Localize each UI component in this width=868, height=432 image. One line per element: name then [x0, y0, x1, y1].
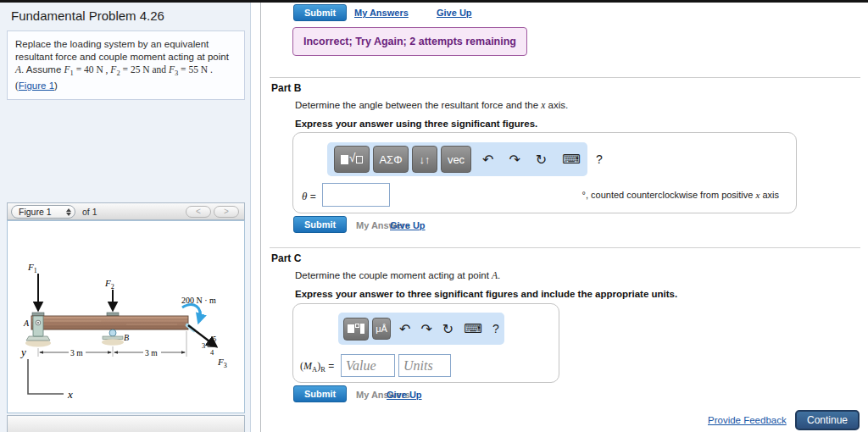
- f1-plate: [32, 313, 44, 316]
- slope-3: 3: [202, 341, 205, 350]
- give-up-link-top[interactable]: Give Up: [437, 8, 472, 18]
- problem-text: Replace the loading system by an equival…: [15, 39, 229, 62]
- redo-icon[interactable]: ↷: [501, 152, 527, 168]
- equals-sign: =: [310, 191, 316, 202]
- incorrect-feedback-banner: Incorrect; Try Again; 2 attempts remaini…: [292, 27, 527, 56]
- figure-canvas: F1 F2: [7, 220, 245, 413]
- undo-icon[interactable]: ↶: [475, 152, 501, 168]
- point-b-label: B: [124, 333, 129, 342]
- radical-icon: √: [349, 151, 356, 164]
- part-b-question: Determine the angle between the resultan…: [295, 100, 568, 110]
- math-template-button[interactable]: √: [334, 146, 370, 173]
- figure-count-label: of 1: [82, 207, 97, 217]
- greek-symbols-button[interactable]: ΑΣΦ: [373, 146, 409, 173]
- moment-answer-label: (MA)R =: [300, 360, 334, 374]
- equation-toolbar: √ ΑΣΦ ↓↑ vec ↶ ↷ ↻ ⌨ ?: [327, 142, 587, 176]
- provide-feedback-link[interactable]: Provide Feedback: [708, 415, 787, 425]
- f2-value: = 25 N and: [120, 64, 169, 75]
- part-b-heading: Part B: [271, 82, 301, 94]
- problem-text: . Assume: [21, 64, 64, 75]
- point-a-label: A: [23, 318, 30, 328]
- keyboard-icon[interactable]: ⌨: [554, 152, 588, 167]
- undo-icon[interactable]: ↶: [394, 321, 415, 337]
- slope-5: 5: [213, 335, 216, 343]
- f1-value: = 40 N ,: [74, 64, 111, 75]
- give-up-link-part-c[interactable]: Give Up: [387, 390, 422, 400]
- f2-label: F2: [104, 278, 114, 291]
- part-b-answer-box: √ ΑΣΦ ↓↑ vec ↶ ↷ ↻ ⌨ ? θ = °, counted co…: [292, 132, 797, 213]
- part-b-question-text: Determine the angle between the resultan…: [295, 100, 541, 110]
- figure-link[interactable]: Figure 1: [19, 80, 54, 91]
- f2-plate: [107, 313, 119, 316]
- m-var: M: [303, 360, 312, 372]
- theta-symbol: θ: [302, 190, 307, 202]
- x-axis-label: x: [67, 388, 73, 401]
- part-b-question-text: axis.: [545, 100, 568, 110]
- beam: [31, 316, 188, 330]
- outline-square-icon: [356, 156, 363, 163]
- moment-units-input[interactable]: [398, 354, 451, 377]
- help-icon[interactable]: ?: [487, 322, 504, 335]
- part-c-heading: Part C: [271, 252, 301, 264]
- f3-var: F: [169, 64, 175, 75]
- item-panel: Fundamental Problem 4.26 Replace the loa…: [0, 3, 251, 432]
- moment-label: 200 N · m: [181, 296, 216, 305]
- filled-square-icon: [341, 155, 348, 164]
- help-icon[interactable]: ?: [588, 152, 610, 166]
- problem-statement: Replace the loading system by an equival…: [7, 30, 245, 100]
- theta-label: θ =: [302, 190, 316, 203]
- section-divider: [270, 247, 860, 248]
- point-a-var: A: [15, 64, 21, 75]
- support-b-roller: [102, 330, 124, 346]
- vector-button[interactable]: vec: [441, 146, 471, 173]
- continue-button[interactable]: Continue: [795, 410, 860, 430]
- reset-icon[interactable]: ↻: [528, 152, 554, 168]
- give-up-link-part-b[interactable]: Give Up: [390, 220, 426, 230]
- figure-diagram: F1 F2: [8, 221, 244, 413]
- submit-button-part-c[interactable]: Submit: [293, 385, 347, 402]
- axes: [28, 359, 64, 394]
- slope-4: 4: [210, 348, 214, 357]
- submit-button-top[interactable]: Submit: [293, 4, 347, 21]
- reset-icon[interactable]: ↻: [437, 321, 459, 337]
- f1-label: F1: [27, 262, 37, 274]
- micro-angstrom-button[interactable]: μÅ: [372, 318, 391, 340]
- units-note-text: axis: [760, 190, 779, 200]
- filled-bar-icon: [360, 324, 364, 334]
- figure-select-dropdown[interactable]: Figure 1: [11, 205, 75, 219]
- equals-sign: =: [326, 360, 334, 372]
- f1-var: F: [64, 64, 70, 75]
- figure-next-button[interactable]: >: [214, 206, 239, 218]
- filled-square-icon: [348, 324, 354, 333]
- stepper-icon: [66, 208, 71, 216]
- value-units-template-button[interactable]: [343, 318, 369, 341]
- units-note-text: °, counted counterclockwise from positiv…: [582, 190, 756, 200]
- part-c-question: Determine the couple moment acting at po…: [295, 270, 500, 280]
- problem-text: ): [54, 80, 58, 91]
- part-c-question-text: Determine the couple moment acting at po…: [295, 270, 492, 280]
- angle-units-note: °, counted counterclockwise from positiv…: [582, 190, 779, 200]
- part-c-question-text: .: [498, 270, 500, 280]
- angle-answer-input[interactable]: [322, 183, 390, 207]
- redo-icon[interactable]: ↷: [415, 321, 437, 337]
- figure-footer: [7, 415, 245, 432]
- part-b-instruction: Express your answer using three signific…: [295, 119, 537, 129]
- units-toolbar: μÅ ↶ ↷ ↻ ⌨ ?: [338, 313, 504, 345]
- figure-select-label: Figure 1: [19, 207, 66, 217]
- my-answers-link-top[interactable]: My Answers: [354, 8, 409, 18]
- page: Fundamental Problem 4.26 Replace the loa…: [0, 0, 868, 432]
- figure-prev-button[interactable]: <: [186, 206, 211, 218]
- page-title: Fundamental Problem 4.26: [11, 8, 164, 23]
- subscript-superscript-button[interactable]: ↓↑: [412, 146, 437, 173]
- part-c-instruction: Express your answer to three significant…: [295, 289, 677, 299]
- dim-right-label: 3 m: [145, 349, 158, 357]
- part-c-answer-box: μÅ ↶ ↷ ↻ ⌨ ? (MA)R =: [292, 303, 559, 383]
- section-divider: [270, 77, 860, 78]
- figure-toolbar: Figure 1 of 1 < >: [7, 202, 245, 220]
- moment-value-input[interactable]: [341, 354, 395, 377]
- answer-panel: Submit My Answers Give Up Incorrect; Try…: [261, 3, 868, 432]
- keyboard-icon[interactable]: ⌨: [459, 321, 487, 336]
- y-axis-label: y: [19, 346, 26, 358]
- dim-left-label: 3 m: [70, 349, 83, 357]
- submit-button-part-b[interactable]: Submit: [293, 216, 347, 233]
